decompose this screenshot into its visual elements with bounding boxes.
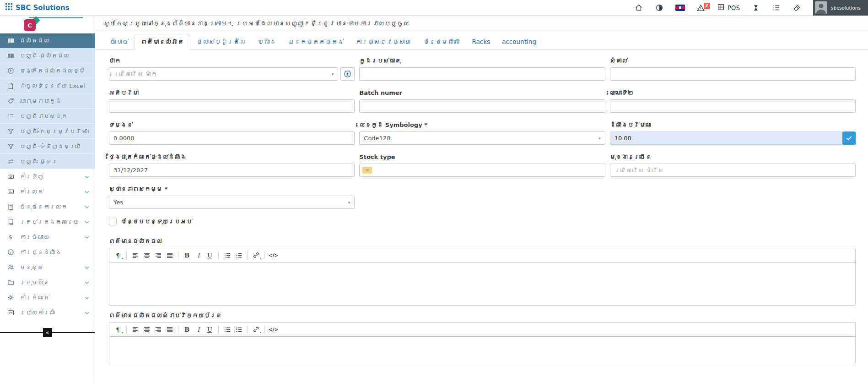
sidebar-item-notifications[interactable]: ការជូនដំណឹង: [0, 245, 95, 260]
people-icon: [7, 264, 14, 271]
sidebar-item-product-list[interactable]: បញ្ជី-ផលិតផល: [0, 48, 95, 63]
bold-button[interactable]: B: [181, 250, 193, 260]
contrast-icon[interactable]: [655, 3, 664, 12]
sidebar-item-settings[interactable]: ការកំណត់: [0, 290, 95, 305]
sidebar-collapse-button[interactable]: «: [43, 328, 52, 337]
alert-quantity-input[interactable]: 10.00: [610, 131, 842, 145]
sidebar-main-menu: ការទិញ ការលក់ ចំនុចនៃការលក់ គ្រប់គ្រងគណន…: [0, 169, 95, 320]
invoice-details-editor-body[interactable]: [109, 337, 855, 364]
code-view-button[interactable]: </>: [268, 250, 279, 260]
sidebar-item-purchases[interactable]: ការទិញ: [0, 169, 95, 184]
tab-racks[interactable]: Racks: [466, 34, 496, 49]
align-left-icon[interactable]: [129, 250, 141, 260]
unordered-list-icon[interactable]: [221, 250, 233, 260]
item-code-input[interactable]: [359, 67, 605, 81]
code-view-button[interactable]: </>: [268, 324, 279, 334]
sidebar-item-sales[interactable]: ការលក់: [0, 184, 95, 199]
underline-button[interactable]: U: [204, 324, 216, 334]
second-name-input[interactable]: [610, 99, 856, 113]
alert-quantity-value: 10.00: [615, 135, 631, 142]
sidebar-item-accounting[interactable]: គ្រប់គ្រងគណនេយ្យ: [0, 214, 95, 230]
cambodia-flag-icon[interactable]: [675, 5, 685, 11]
sidebar-item-company[interactable]: ក្រុមហ៊ុន: [0, 275, 95, 290]
sidebar-item-people[interactable]: មនុស្ស: [0, 260, 95, 275]
align-center-icon[interactable]: [141, 250, 152, 260]
note-input[interactable]: [610, 67, 856, 81]
sidebar-item-stock-count-list[interactable]: បញ្ជីរាប់ស្ដុក: [0, 109, 95, 124]
sidebar-item-expenses[interactable]: $ ការចំណាយ: [0, 230, 95, 245]
paragraph-style-button[interactable]: ¶▾: [112, 324, 124, 334]
sidebar-item-products[interactable]: ផលិតផល: [0, 33, 95, 48]
align-justify-icon[interactable]: [164, 324, 175, 334]
app-brand[interactable]: SBC Solutions: [5, 3, 70, 12]
task-list-icon[interactable]: [772, 3, 781, 12]
sidebar-item-quantity-adjustment-list[interactable]: បញ្ជី-កែតម្រូវបរិមាណ: [0, 124, 95, 139]
alert-quantity-checkbox[interactable]: [842, 131, 856, 145]
sidebar-item-create-product[interactable]: បង្កើតផលិតផលថ្មី: [0, 63, 95, 78]
stock-type-tag[interactable]: ×: [362, 167, 372, 174]
chevron-down-icon: [85, 206, 89, 208]
sidebar-item-damaged-goods-list[interactable]: បញ្ជី-ទំនិញដកប្រើ: [0, 139, 95, 154]
sidebar-item-pos[interactable]: ចំនុចនៃការលក់: [0, 199, 95, 214]
sidebar-item-import-excel[interactable]: នាំចូលទិន្នន័យ Excel: [0, 78, 95, 93]
eraser-icon[interactable]: [793, 3, 802, 12]
variants-input[interactable]: [610, 164, 856, 177]
append-checkbox[interactable]: [109, 218, 117, 225]
underline-button[interactable]: U: [204, 250, 216, 260]
alert-count-badge: 2: [704, 3, 710, 9]
maximum-input[interactable]: [109, 99, 355, 113]
product-details-editor-body[interactable]: [109, 263, 855, 305]
sidebar-item-label: បញ្ជី-កែតម្រូវបរិមាណ: [20, 128, 89, 135]
italic-button[interactable]: I: [193, 250, 204, 260]
tab-details[interactable]: ពត៌មានលំអិត: [135, 34, 191, 49]
paragraph-style-button[interactable]: ¶▾: [112, 250, 124, 260]
symbology-select[interactable]: Code128 ▾: [359, 131, 605, 145]
pos-button[interactable]: POS: [717, 3, 740, 12]
ordered-list-icon[interactable]: [233, 324, 244, 334]
remove-tag-icon[interactable]: ×: [366, 168, 369, 173]
sidebar-item-print-barcode[interactable]: បោះពុម្ពបាកូដ: [0, 93, 95, 109]
unordered-list-icon[interactable]: [221, 324, 233, 334]
username: sbcsolutions: [831, 5, 861, 11]
alerts-icon[interactable]: 2: [696, 3, 706, 12]
italic-button[interactable]: I: [193, 324, 204, 334]
hourglass-icon[interactable]: [751, 3, 760, 12]
align-center-icon[interactable]: [141, 324, 152, 334]
info-icon: [7, 249, 14, 256]
ordered-list-icon[interactable]: [233, 250, 244, 260]
align-right-icon[interactable]: [152, 324, 164, 334]
brand-name: SBC Solutions: [16, 4, 70, 12]
link-icon[interactable]: ▾: [250, 324, 262, 334]
active-status-select[interactable]: Yes ▾: [109, 196, 355, 209]
bold-button[interactable]: B: [181, 324, 193, 334]
user-menu[interactable]: sbcsolutions: [813, 0, 868, 16]
tab-supplier[interactable]: អ្នកផ្គត់ផ្គង់: [282, 34, 350, 49]
sidebar-item-reports[interactable]: របាយការណ៍: [0, 305, 95, 320]
top-navbar: SBC Solutions 2 POS: [0, 0, 868, 16]
weight-input[interactable]: [109, 131, 355, 145]
tab-accounting[interactable]: accounting: [496, 34, 542, 49]
add-brand-button[interactable]: [340, 67, 355, 81]
avatar: [815, 1, 827, 14]
link-icon[interactable]: ▾: [250, 250, 262, 260]
batch-number-input[interactable]: [359, 99, 605, 113]
stock-type-input[interactable]: ×: [359, 164, 605, 177]
sidebar-item-transfer-list[interactable]: បញ្ជី-ផ្ទេរ: [0, 154, 95, 169]
sidebar-item-label: ការជូនដំណឹង: [20, 249, 61, 256]
align-left-icon[interactable]: [129, 324, 141, 334]
home-icon[interactable]: [634, 3, 643, 12]
tab-price-change[interactable]: ផ្លាស់ប្ដូរតំលៃ: [190, 34, 252, 49]
sidebar-item-label: ផលិតផល: [20, 37, 49, 44]
align-justify-icon[interactable]: [164, 250, 175, 260]
product-details-editor-label: ពត៌មានផលិតផល: [109, 238, 856, 245]
tab-additional[interactable]: បន្ថែមពីលើ: [417, 34, 466, 49]
company-logo: C: [0, 16, 95, 33]
money-icon: [7, 173, 14, 181]
tab-warehouse[interactable]: ឃ្លាំង: [252, 34, 282, 49]
align-right-icon[interactable]: [152, 250, 164, 260]
brand-select[interactable]: ជ្រើសរើស ម៉ាក ▾: [109, 67, 338, 81]
tab-promotion[interactable]: ការផ្សព្វផ្សាយ: [350, 34, 417, 49]
tab-required[interactable]: ចាំបាច់: [104, 34, 135, 49]
expiry-alert-date-input[interactable]: [109, 164, 355, 177]
logo-c-badge: C: [24, 19, 36, 31]
